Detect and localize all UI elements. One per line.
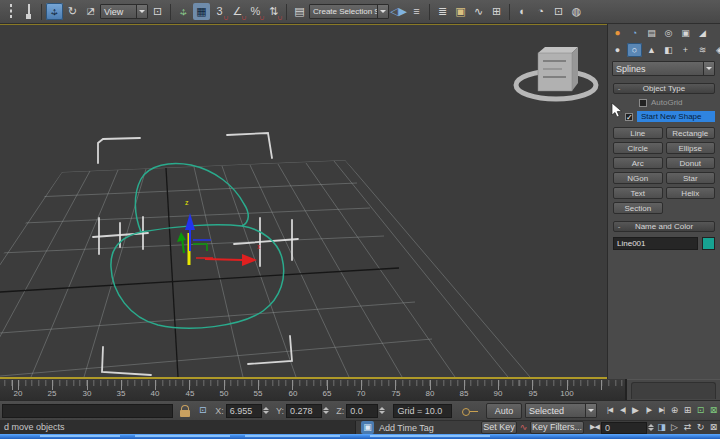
subtab-systems[interactable]: ◈ [712,43,720,57]
key-mode-toggle-icon[interactable]: ▶◀ [588,421,601,434]
selection-region-icon[interactable] [2,3,19,20]
circle-button[interactable]: Circle [613,142,663,154]
key-set-dropdown[interactable]: Selected [525,403,597,418]
pan-view-icon[interactable]: ⇄ [681,421,694,434]
next-frame-icon[interactable]: |▶ [642,404,655,417]
align-icon[interactable]: ≡ [408,3,425,20]
auto-key-button[interactable]: Auto Key [486,403,522,419]
zoom-extents-all-icon[interactable]: ⊠ [707,404,720,417]
collapse-icon[interactable]: - [614,222,624,231]
mirror-icon[interactable]: ◁▶ [390,3,407,20]
perspective-viewport[interactable]: z x [0,24,607,379]
key-filters-button[interactable]: Key Filters... [530,421,584,434]
maximize-viewport-icon[interactable]: ⊠ [707,421,720,434]
goto-end-icon[interactable]: ▶| [655,404,668,417]
object-color-swatch[interactable] [702,237,715,250]
x-spinner[interactable] [263,404,270,418]
tab-motion[interactable]: ◎ [661,26,676,40]
zoom-extents-icon[interactable]: ⊡ [694,404,707,417]
set-key-filters-curve-icon[interactable]: ∿ [517,421,530,434]
z-coordinate-field[interactable]: 0.0 [346,404,378,418]
keyboard-override-icon[interactable]: ▦ [193,3,210,20]
layer-manager-icon[interactable]: ≣ [434,3,451,20]
dropdown-arrow-icon[interactable] [136,5,147,18]
select-manipulate-icon[interactable]: ↔↕ [175,3,192,20]
subtab-geometry[interactable]: ● [610,43,625,57]
zoom-icon[interactable]: ⊕ [668,404,681,417]
tab-utilities[interactable]: ◢ [695,26,710,40]
snap-3d-icon[interactable]: 3∩ [211,3,228,20]
dropdown-arrow-icon[interactable] [585,404,596,417]
donut-button[interactable]: Donut [666,157,716,169]
helix-button[interactable]: Helix [666,187,716,199]
orbit-view-icon[interactable]: ↻ [694,421,707,434]
subtab-shapes[interactable]: ○ [627,43,642,57]
render-setup-icon[interactable]: ◔ [532,3,549,20]
use-pivot-center-icon[interactable]: ⊡ [149,3,166,20]
object-name-field[interactable]: Line001 [613,237,698,250]
object-type-header[interactable]: - Object Type [613,83,715,94]
time-configuration-icon[interactable]: ◨ [655,421,668,434]
absolute-mode-icon[interactable]: ⊡ [196,404,209,417]
frame-spinner[interactable] [648,421,655,435]
subtab-helpers[interactable]: + [678,43,693,57]
render-icon[interactable]: ◍ [568,3,585,20]
container-icon[interactable]: ▣ [452,3,469,20]
line-button[interactable]: Line [613,127,663,139]
maxscript-mini-listener[interactable] [2,404,173,418]
subtab-lights[interactable]: ▲ [644,43,659,57]
autogrid-checkbox[interactable] [639,99,647,107]
main-toolbar: ↔↕ ↻ □↗ View ⊡ ↔↕ ▦ 3∩ ∠∩ %∩ ⇅∩ ▤ Create… [0,0,720,24]
transform-gizmo[interactable]: z x [177,199,261,266]
material-editor-icon[interactable]: ◐ [514,3,531,20]
select-scale-icon[interactable]: □↗ [82,3,99,20]
tab-display[interactable]: ▣ [678,26,693,40]
start-new-shape-label[interactable]: Start New Shape [637,111,715,122]
select-rotate-icon[interactable]: ↻ [64,3,81,20]
select-region-mode-icon[interactable]: ▷ [668,421,681,434]
goto-start-icon[interactable]: |◀ [603,404,616,417]
angle-snap-icon[interactable]: ∠∩ [229,3,246,20]
arc-button[interactable]: Arc [613,157,663,169]
star-button[interactable]: Star [666,172,716,184]
subtab-space-warps[interactable]: ≋ [695,43,710,57]
ngon-button[interactable]: NGon [613,172,663,184]
zoom-all-icon[interactable]: ⊞ [681,404,694,417]
add-time-tag[interactable]: Add Time Tag [379,423,434,433]
start-new-shape-checkbox[interactable]: ✓ [625,113,633,121]
spinner-snap-icon[interactable]: ⇅∩ [265,3,282,20]
rendered-frame-icon[interactable]: ⊡ [550,3,567,20]
z-spinner[interactable] [379,404,386,418]
tab-modify[interactable]: ◔ [627,26,642,40]
reference-coordinate-dropdown[interactable]: View [100,4,148,19]
dropdown-arrow-icon[interactable] [377,5,388,18]
section-button[interactable]: Section [613,202,663,214]
percent-snap-icon[interactable]: %∩ [247,3,264,20]
ellipse-button[interactable]: Ellipse [666,142,716,154]
mini-listener-icon[interactable]: ▣ [361,421,374,434]
dropdown-arrow-icon[interactable] [703,62,714,75]
window-crossing-icon[interactable] [20,3,37,20]
y-coordinate-field[interactable]: 0.278 [286,404,322,418]
current-frame-field[interactable]: 0 [601,422,647,434]
curve-editor-icon[interactable]: ∿ [470,3,487,20]
prev-frame-icon[interactable]: ◀| [616,404,629,417]
subtab-cameras[interactable]: ◧ [661,43,676,57]
shape-category-dropdown[interactable]: Splines [612,61,715,76]
x-coordinate-field[interactable]: 6.955 [226,404,262,418]
name-color-header[interactable]: - Name and Color [613,221,715,232]
selection-lock-icon[interactable] [180,405,190,417]
rectangle-button[interactable]: Rectangle [666,127,716,139]
text-button[interactable]: Text [613,187,663,199]
play-icon[interactable]: ▶ [629,404,642,417]
create-selection-set-dropdown[interactable]: Create Selection Se [309,4,389,19]
time-slider-ruler[interactable]: 20 25 30 35 40 45 50 55 60 65 70 75 80 8… [0,379,627,400]
named-selection-sets-icon[interactable]: ▤ [291,3,308,20]
schematic-view-icon[interactable]: ⊞ [488,3,505,20]
tab-hierarchy[interactable]: ▤ [644,26,659,40]
collapse-icon[interactable]: - [614,84,624,93]
tab-create[interactable]: ● [610,26,625,40]
set-key-button[interactable]: Set Key [481,421,517,434]
select-move-icon[interactable]: ↔↕ [46,3,63,20]
y-spinner[interactable] [323,404,330,418]
